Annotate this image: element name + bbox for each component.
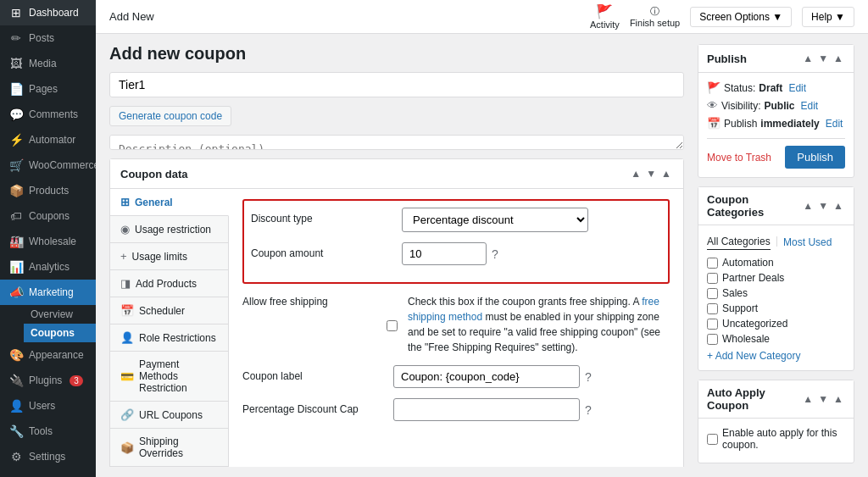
screen-options-button[interactable]: Screen Options ▼ (690, 7, 792, 27)
sidebar-item-appearance[interactable]: 🎨 Appearance (0, 342, 96, 368)
coupon-data-body: ⊞ General ◉ Usage restriction + Usage li… (110, 189, 683, 467)
most-used-tab[interactable]: Most Used (783, 234, 832, 250)
category-sales-checkbox[interactable] (707, 288, 718, 299)
sidebar-item-pages[interactable]: 📄 Pages (0, 76, 96, 102)
tab-usage-limits[interactable]: + Usage limits (110, 243, 228, 270)
comments-icon: 💬 (8, 108, 24, 121)
generate-coupon-code-button[interactable]: Generate coupon code (109, 106, 231, 126)
tab-scheduler[interactable]: 📅 Scheduler (110, 297, 228, 324)
coupon-data-box: Coupon data ▲ ▼ ▲ ⊞ General (109, 158, 684, 467)
general-tab-content: Discount type Percentage discount Fixed … (229, 189, 683, 467)
automator-icon: ⚡ (8, 133, 24, 147)
coupons-icon: 🏷 (8, 209, 24, 223)
percentage-cap-input[interactable] (393, 398, 580, 421)
usage-limits-icon: + (120, 250, 127, 263)
category-uncategorized-checkbox[interactable] (707, 319, 718, 330)
move-to-trash-link[interactable]: Move to Trash (707, 152, 771, 164)
visibility-row: 👁 Visibility: Public Edit (707, 99, 845, 112)
collapse-menu-button[interactable]: ◀ Collapse menu (0, 469, 96, 477)
auto-apply-up-button[interactable]: ▲ (801, 391, 815, 407)
tab-general[interactable]: ⊞ General (110, 189, 229, 216)
tab-role-restrictions[interactable]: 👤 Role Restrictions (110, 324, 228, 352)
visibility-edit-link[interactable]: Edit (800, 100, 818, 112)
plugins-icon: 🔌 (8, 374, 24, 387)
usage-limits-label: Usage limits (132, 251, 187, 263)
woocommerce-icon: 🛒 (8, 158, 24, 172)
coupon-name-input[interactable] (109, 72, 684, 97)
category-support-checkbox[interactable] (707, 303, 718, 314)
sidebar-item-users[interactable]: 👤 Users (0, 393, 96, 419)
publish-time-edit-link[interactable]: Edit (826, 118, 843, 130)
auto-apply-checkbox[interactable] (707, 434, 718, 445)
categories-up-button[interactable]: ▲ (801, 198, 815, 214)
coupon-data-up-button[interactable]: ▲ (629, 166, 643, 181)
free-shipping-label: Allow free shipping (242, 294, 387, 308)
category-automation-checkbox[interactable] (707, 258, 718, 269)
sidebar-item-analytics[interactable]: 📊 Analytics (0, 254, 96, 280)
sidebar-item-tools[interactable]: 🔧 Tools (0, 419, 96, 444)
finish-setup-icon: ⓘ (650, 5, 659, 18)
publish-up-button[interactable]: ▲ (801, 51, 815, 66)
finish-setup-button[interactable]: ⓘ Finish setup (630, 5, 680, 28)
coupon-amount-help-icon[interactable]: ? (492, 247, 498, 261)
auto-apply-panel-header: Auto Apply Coupon ▲ ▼ ▲ (698, 380, 854, 419)
auto-apply-down-button[interactable]: ▼ (816, 391, 830, 407)
tab-url-coupons[interactable]: 🔗 URL Coupons (110, 402, 228, 429)
coupon-data-down-button[interactable]: ▼ (644, 166, 658, 181)
scheduler-icon: 📅 (120, 304, 134, 317)
coupon-label-input[interactable] (393, 365, 580, 388)
sidebar-item-wholesale[interactable]: 🏭 Wholesale (0, 229, 96, 254)
category-wholesale-checkbox[interactable] (707, 334, 718, 345)
categories-down-button[interactable]: ▼ (816, 198, 830, 214)
tab-payment-methods[interactable]: 💳 Payment Methods Restriction (110, 352, 228, 402)
sidebar-submenu-coupons[interactable]: Coupons (24, 324, 96, 342)
sidebar-item-comments[interactable]: 💬 Comments (0, 102, 96, 127)
activity-button[interactable]: 🚩 Activity (590, 3, 620, 30)
publish-toggle-button[interactable]: ▲ (832, 51, 845, 66)
coupon-label-help-icon[interactable]: ? (585, 370, 592, 384)
sidebar-item-coupons[interactable]: 🏷 Coupons (0, 203, 96, 229)
sidebar-item-woocommerce[interactable]: 🛒 WooCommerce (0, 153, 96, 178)
users-icon: 👤 (8, 399, 24, 413)
sidebar-item-media[interactable]: 🖼 Media (0, 51, 96, 76)
add-new-category-link[interactable]: + Add New Category (707, 350, 845, 362)
free-shipping-checkbox[interactable] (387, 320, 398, 331)
categories-toggle-button[interactable]: ▲ (832, 198, 845, 214)
sidebar-item-dashboard[interactable]: ⊞ Dashboard (0, 0, 96, 25)
tab-add-products[interactable]: ◨ Add Products (110, 270, 228, 297)
free-shipping-control: Check this box if the coupon grants free… (387, 294, 670, 355)
coupon-amount-control: ? (402, 242, 661, 265)
all-categories-tab[interactable]: All Categories (707, 234, 771, 250)
visibility-value: Public (764, 100, 794, 112)
category-partner-deals-checkbox[interactable] (707, 273, 718, 284)
publish-button[interactable]: Publish (785, 146, 845, 169)
sidebar-item-settings[interactable]: ⚙ Settings (0, 444, 96, 469)
sidebar-submenu-marketing: Overview Coupons (0, 305, 96, 342)
status-edit-link[interactable]: Edit (788, 82, 806, 94)
discount-type-select[interactable]: Percentage discount Fixed cart discount … (402, 208, 588, 232)
sidebar: ⊞ Dashboard ✏ Posts 🖼 Media 📄 Pages 💬 Co… (0, 0, 96, 477)
percentage-cap-help-icon[interactable]: ? (585, 403, 592, 417)
sidebar-submenu-overview[interactable]: Overview (24, 305, 96, 324)
sidebar-item-plugins[interactable]: 🔌 Plugins 3 (0, 368, 96, 393)
sidebar-item-marketing[interactable]: 📣 Marketing (0, 280, 96, 305)
help-button[interactable]: Help ▼ (802, 7, 854, 27)
description-textarea[interactable] (109, 135, 684, 150)
products-icon: 📦 (8, 184, 24, 197)
category-support-label: Support (722, 302, 758, 314)
auto-apply-toggle-button[interactable]: ▲ (832, 391, 845, 407)
pages-icon: 📄 (8, 82, 24, 96)
free-shipping-method-link[interactable]: free shipping method (408, 296, 659, 323)
publish-down-button[interactable]: ▼ (816, 51, 830, 66)
wholesale-icon: 🏭 (8, 235, 24, 248)
coupon-data-toggle-button[interactable]: ▲ (659, 166, 673, 181)
tab-shipping-overrides[interactable]: 📦 Shipping Overrides (110, 429, 228, 467)
sidebar-item-products[interactable]: 📦 Products (0, 178, 96, 203)
sidebar-item-posts[interactable]: ✏ Posts (0, 25, 96, 51)
category-partner-deals-label: Partner Deals (722, 272, 784, 284)
tools-icon: 🔧 (8, 424, 24, 438)
coupon-amount-input[interactable] (402, 242, 487, 265)
tab-usage-restriction[interactable]: ◉ Usage restriction (110, 216, 228, 243)
auto-apply-panel-title: Auto Apply Coupon (707, 386, 801, 412)
sidebar-item-automator[interactable]: ⚡ Automator (0, 127, 96, 153)
